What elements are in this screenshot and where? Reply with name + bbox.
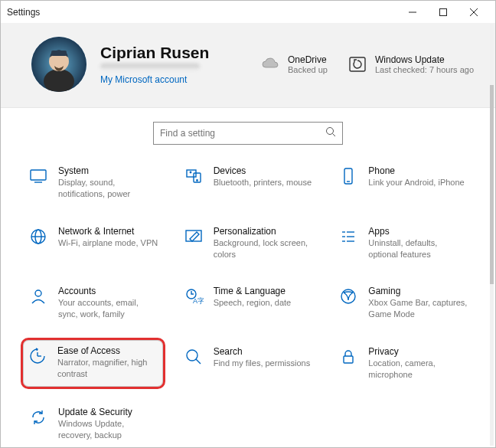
- tile-apps[interactable]: AppsUninstall, defaults, optional featur…: [331, 217, 475, 269]
- svg-point-16: [196, 180, 197, 181]
- maximize-button[interactable]: [428, 2, 458, 23]
- svg-text:A字: A字: [193, 297, 204, 305]
- tile-devices[interactable]: DevicesBluetooth, printers, mouse: [176, 157, 321, 208]
- window-title: Settings: [7, 7, 397, 18]
- svg-rect-7: [51, 51, 67, 56]
- tile-update-security[interactable]: Update & SecurityWindows Update, recover…: [21, 398, 165, 447]
- onedrive-status[interactable]: OneDrive Backed up: [260, 54, 328, 74]
- search-input[interactable]: [160, 128, 325, 139]
- settings-window: Settings Ciprian Rusen My Microsoft acco…: [0, 0, 496, 448]
- svg-rect-37: [344, 356, 353, 363]
- devices-icon: [183, 165, 204, 187]
- header-status-group: OneDrive Backed up Windows Update Last c…: [260, 54, 474, 74]
- svg-point-9: [327, 128, 334, 135]
- svg-line-36: [196, 359, 201, 364]
- svg-point-35: [187, 350, 197, 361]
- pencil-icon: [183, 226, 204, 247]
- time-language-icon: A字: [183, 286, 204, 307]
- cloud-icon: [260, 54, 280, 74]
- svg-point-15: [190, 172, 191, 172]
- tile-gaming[interactable]: GamingXbox Game Bar, captures, Game Mode: [331, 277, 475, 329]
- close-button[interactable]: [458, 2, 489, 23]
- onedrive-sub: Backed up: [288, 65, 328, 74]
- gaming-icon: [338, 286, 359, 307]
- globe-icon: [28, 226, 49, 247]
- header: Ciprian Rusen My Microsoft account OneDr…: [1, 23, 495, 108]
- svg-point-29: [35, 290, 41, 296]
- titlebar: Settings: [1, 1, 495, 23]
- account-link[interactable]: My Microsoft account: [100, 74, 187, 85]
- onedrive-title: OneDrive: [288, 54, 328, 65]
- scrollbar-thumb[interactable]: [490, 85, 494, 284]
- magnifier-icon: [183, 346, 204, 368]
- user-block: Ciprian Rusen My Microsoft account: [100, 44, 245, 86]
- tile-phone[interactable]: PhoneLink your Android, iPhone: [331, 157, 475, 208]
- wu-title: Windows Update: [375, 54, 474, 65]
- svg-rect-8: [350, 57, 365, 71]
- search-box[interactable]: [153, 122, 343, 145]
- ease-of-access-icon: [27, 345, 48, 367]
- system-icon: [28, 165, 49, 187]
- user-name: Ciprian Rusen: [100, 44, 245, 62]
- update-icon: [348, 54, 367, 74]
- sync-icon: [28, 407, 49, 428]
- tile-network[interactable]: Network & InternetWi-Fi, airplane mode, …: [21, 217, 165, 269]
- search-icon: [325, 126, 336, 140]
- vertical-scrollbar[interactable]: [490, 24, 494, 446]
- svg-rect-11: [31, 170, 46, 180]
- person-icon: [28, 286, 49, 307]
- apps-icon: [338, 226, 359, 247]
- phone-icon: [338, 165, 359, 187]
- searchbar: [1, 108, 495, 151]
- tile-system[interactable]: SystemDisplay, sound, notifications, pow…: [21, 157, 165, 208]
- tile-time[interactable]: A字 Time & LanguageSpeech, region, date: [176, 277, 321, 329]
- user-avatar[interactable]: [31, 37, 86, 92]
- settings-grid: SystemDisplay, sound, notifications, pow…: [1, 151, 495, 447]
- wu-sub: Last checked: 7 hours ago: [375, 65, 474, 74]
- user-email-redacted: [100, 64, 200, 70]
- tile-search[interactable]: SearchFind my files, permissions: [176, 338, 321, 389]
- lock-icon: [338, 346, 359, 368]
- tile-privacy[interactable]: PrivacyLocation, camera, microphone: [331, 338, 475, 389]
- svg-line-10: [333, 134, 336, 137]
- windows-update-status[interactable]: Windows Update Last checked: 7 hours ago: [348, 54, 474, 74]
- svg-rect-1: [440, 8, 447, 15]
- tile-accounts[interactable]: AccountsYour accounts, email, sync, work…: [21, 277, 165, 329]
- tile-personalization[interactable]: PersonalizationBackground, lock screen, …: [176, 217, 321, 269]
- tile-ease-of-access[interactable]: Ease of AccessNarrator, magnifier, high …: [21, 338, 165, 389]
- minimize-button[interactable]: [397, 2, 428, 23]
